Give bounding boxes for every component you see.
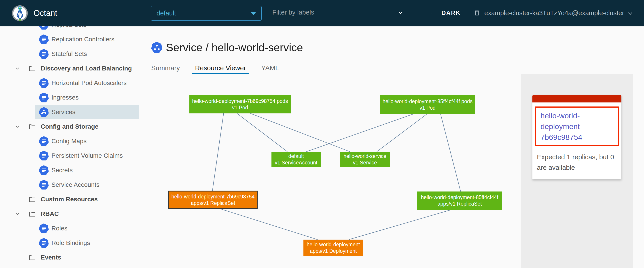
graph-node-replicaset-85ff4cf44f[interactable]: hello-world-deployment-85ff4cf44fapps/v1… (417, 192, 502, 210)
sidebar-item-label: Stateful Sets (52, 50, 87, 58)
chevron-down-icon[interactable] (15, 211, 20, 216)
alert-message: Expected 1 replicas, but 0 are available (537, 152, 617, 173)
node-subtitle: apps/v1 ReplicaSet (169, 200, 257, 206)
graph-edge (250, 114, 350, 152)
alert-accent-bar (532, 95, 622, 102)
sidebar-group-label: RBAC (41, 210, 59, 218)
node-title: hello-world-deployment-7b69c98754 pods (190, 98, 291, 104)
stateful-sets-icon (39, 49, 49, 59)
sidebar-item-replica-sets[interactable]: Replica Sets (0, 26, 139, 32)
caret-down-icon (251, 12, 256, 15)
sidebar-item-role-bindings[interactable]: Role Bindings (0, 236, 139, 250)
horizontal-pod-autoscalers-icon (39, 78, 49, 88)
graph-edge (237, 114, 287, 152)
sidebar-item-label: Service Accounts (52, 181, 100, 188)
sidebar-item-roles[interactable]: Roles (0, 221, 139, 236)
sidebar-item-stateful-sets[interactable]: Stateful Sets (0, 46, 139, 61)
folder-icon (28, 254, 36, 261)
chevron-spacer (15, 197, 20, 202)
role-bindings-icon (39, 238, 49, 248)
graph-node-pod-7b69c98754[interactable]: hello-world-deployment-7b69c98754 podsv1… (190, 95, 291, 114)
node-subtitle: v1 Service (340, 160, 390, 166)
sidebar-item-events[interactable]: Events (0, 250, 139, 265)
sidebar-group-label: Events (41, 254, 61, 261)
sidebar-item-services[interactable]: Services (0, 105, 139, 119)
sidebar-item-discovery-and-load-balancing[interactable]: Discovery and Load Balancing (0, 61, 139, 76)
sidebar-nav-list: Replica SetsReplication ControllersState… (0, 26, 139, 265)
node-subtitle: apps/v1 Deployment (304, 248, 363, 254)
graph-node-pod-85ff4cf44f[interactable]: hello-world-deployment-85ff4cf44f podsv1… (380, 95, 475, 114)
sidebar-item-service-accounts[interactable]: Service Accounts (0, 178, 139, 192)
sidebar-item-config-maps[interactable]: Config Maps (0, 134, 139, 148)
chevron-down-icon[interactable] (15, 66, 20, 71)
replica-sets-icon (39, 26, 49, 30)
sidebar-item-label: Secrets (52, 167, 73, 174)
sidebar-item-config-and-storage[interactable]: Config and Storage (0, 119, 139, 134)
folder-icon (28, 123, 36, 130)
sidebar-item-ingresses[interactable]: Ingresses (0, 90, 139, 105)
service-accounts-icon (39, 180, 49, 190)
sidebar-item-label: Horizontal Pod Autoscalers (52, 80, 126, 86)
dark-label: DARK (442, 10, 461, 16)
moon-icon (430, 9, 438, 17)
graph-edge (440, 114, 461, 192)
chevron-down-icon[interactable] (15, 124, 20, 129)
node-title: hello-world-deployment-7b69c98754 (169, 194, 257, 200)
folder-icon (28, 65, 36, 72)
persistent-volume-claims-icon (39, 150, 49, 161)
sidebar-item-label: Ingresses (52, 94, 78, 101)
graph-edge (212, 114, 224, 190)
filter-placeholder: Filter by labels (272, 6, 314, 18)
sidebar-group-label: Custom Resources (41, 196, 98, 203)
cluster-name: example-cluster-ka3TuTzYo4a@example-clus… (484, 10, 624, 17)
cluster-selector[interactable]: example-cluster-ka3TuTzYo4a@example-clus… (473, 7, 633, 19)
graph-edge (306, 114, 414, 152)
sidebar-item-label: Replica Sets (52, 26, 86, 28)
graph-node-service-hello-world[interactable]: hello-world-servicev1 Service (340, 152, 390, 167)
sidebar-group-label: Config and Storage (41, 123, 98, 130)
octant-logo-icon (12, 5, 28, 22)
sidebar-item-label: Services (52, 108, 75, 116)
graph-node-serviceaccount-default[interactable]: defaultv1 ServiceAccount (272, 152, 321, 167)
detail-side-panel: hello-world-deployment-7b69c98754 Expect… (521, 74, 633, 268)
folder-icon (28, 196, 36, 203)
node-subtitle: v1 Pod (190, 104, 291, 111)
selected-node-box: hello-world-deployment-7b69c98754 (535, 106, 619, 146)
sidebar-item-label: Role Bindings (52, 239, 90, 246)
sidebar-item-horizontal-pod-autoscalers[interactable]: Horizontal Pod Autoscalers (0, 76, 139, 90)
namespace-selector[interactable]: default (151, 6, 262, 20)
secrets-icon (39, 165, 49, 176)
node-title: hello-world-deployment-85ff4cf44f pods (380, 98, 475, 105)
graph-edge (377, 114, 427, 152)
node-title: hello-world-deployment (304, 242, 363, 248)
services-icon (39, 107, 49, 117)
dark-theme-toggle[interactable]: DARK (430, 7, 461, 19)
sidebar-item-custom-resources[interactable]: Custom Resources (0, 192, 139, 206)
chevron-down-icon[interactable] (397, 10, 404, 16)
chevron-spacer (15, 255, 20, 260)
filter-by-labels-input[interactable]: Filter by labels (272, 6, 406, 19)
sidebar-item-replication-controllers[interactable]: Replication Controllers (0, 32, 139, 46)
sidebar-item-persistent-volume-claims[interactable]: Persistent Volume Claims (0, 148, 139, 163)
node-subtitle: apps/v1 ReplicaSet (417, 201, 502, 207)
sidebar-item-rbac[interactable]: RBAC (0, 206, 139, 221)
sidebar-item-secrets[interactable]: Secrets (0, 163, 139, 178)
sidebar-item-label: Roles (52, 225, 68, 232)
cluster-icon (473, 9, 481, 17)
node-subtitle: v1 Pod (380, 105, 475, 111)
app-header: Octant default Filter by labels DARK exa… (0, 0, 644, 26)
navigation-sidebar: Replica SetsReplication ControllersState… (0, 26, 139, 268)
alert-card: hello-world-deployment-7b69c98754 Expect… (532, 95, 622, 180)
node-title: hello-world-deployment-85ff4cf44f (417, 194, 502, 201)
chevron-down-icon (627, 11, 633, 16)
graph-node-deployment-hello-world[interactable]: hello-world-deploymentapps/v1 Deployment (304, 240, 363, 256)
config-maps-icon (39, 136, 49, 146)
sidebar-item-label: Replication Controllers (52, 36, 114, 43)
namespace-value: default (156, 6, 176, 20)
graph-edge (222, 209, 318, 240)
sidebar-group-label: Discovery and Load Balancing (41, 65, 132, 72)
selected-node-link[interactable]: hello-world-deployment-7b69c98754 (540, 110, 613, 142)
node-subtitle: v1 ServiceAccount (272, 160, 321, 166)
app-title: Octant (34, 8, 57, 18)
graph-node-replicaset-7b69c98754[interactable]: hello-world-deployment-7b69c98754apps/v1… (168, 190, 258, 209)
